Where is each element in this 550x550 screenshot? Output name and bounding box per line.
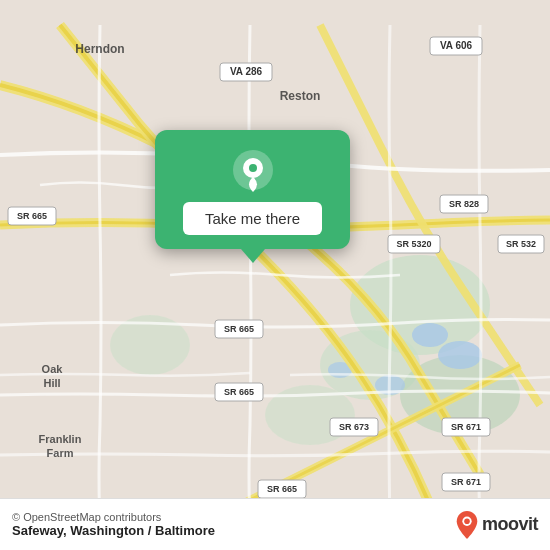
- svg-point-43: [464, 518, 470, 524]
- svg-text:Farm: Farm: [47, 447, 74, 459]
- svg-text:Franklin: Franklin: [39, 433, 82, 445]
- svg-text:Oak: Oak: [42, 363, 64, 375]
- map-attribution: © OpenStreetMap contributors: [12, 511, 215, 523]
- moovit-logo: moovit: [456, 511, 538, 539]
- location-pin-icon: [231, 148, 275, 192]
- svg-text:Hill: Hill: [43, 377, 60, 389]
- svg-text:SR 828: SR 828: [449, 199, 479, 209]
- svg-text:Reston: Reston: [280, 89, 321, 103]
- map-svg: VA 606 VA 286 SR 665 SR 828 SR 5320 SR 5…: [0, 0, 550, 550]
- svg-text:VA 286: VA 286: [230, 66, 263, 77]
- svg-point-6: [438, 341, 482, 369]
- take-me-there-button[interactable]: Take me there: [183, 202, 322, 235]
- svg-text:SR 671: SR 671: [451, 477, 481, 487]
- svg-point-41: [249, 164, 257, 172]
- location-name: Safeway, Washington / Baltimore: [12, 523, 215, 538]
- svg-text:SR 5320: SR 5320: [396, 239, 431, 249]
- moovit-pin-icon: [456, 511, 478, 539]
- bottom-left-info: © OpenStreetMap contributors Safeway, Wa…: [12, 511, 215, 538]
- svg-text:SR 671: SR 671: [451, 422, 481, 432]
- svg-text:SR 665: SR 665: [224, 387, 254, 397]
- map-container: VA 606 VA 286 SR 665 SR 828 SR 5320 SR 5…: [0, 0, 550, 550]
- svg-text:SR 665: SR 665: [267, 484, 297, 494]
- svg-text:Herndon: Herndon: [75, 42, 124, 56]
- svg-text:SR 673: SR 673: [339, 422, 369, 432]
- svg-point-5: [412, 323, 448, 347]
- svg-text:VA 606: VA 606: [440, 40, 473, 51]
- svg-text:SR 532: SR 532: [506, 239, 536, 249]
- svg-text:SR 665: SR 665: [224, 324, 254, 334]
- moovit-brand-name: moovit: [482, 514, 538, 535]
- popup-card: Take me there: [155, 130, 350, 249]
- svg-text:SR 665: SR 665: [17, 211, 47, 221]
- bottom-bar: © OpenStreetMap contributors Safeway, Wa…: [0, 498, 550, 550]
